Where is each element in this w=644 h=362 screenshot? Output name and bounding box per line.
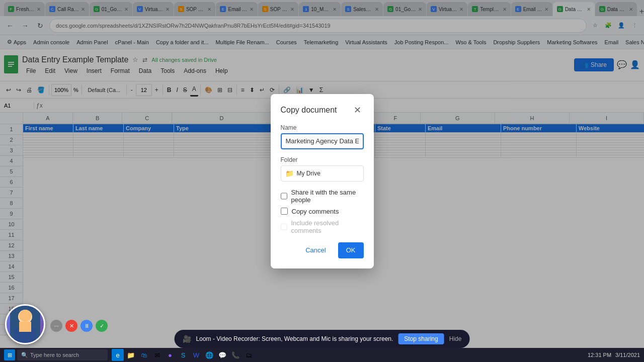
- svg-point-7: [19, 310, 31, 322]
- taskbar-app-whatsapp[interactable]: 💬: [216, 349, 228, 361]
- control-buttons: ··· ✕ ⏸ ✓: [50, 320, 108, 332]
- ok-button[interactable]: OK: [338, 242, 364, 258]
- loom-message: Loom - Video Recorder: Screen, Webcam an…: [196, 335, 393, 342]
- loom-notification-bar: 🎥 Loom - Video Recorder: Screen, Webcam …: [175, 330, 470, 348]
- folder-label: Folder: [281, 156, 364, 163]
- webcam-avatar: [5, 304, 45, 344]
- folder-icon: 📁: [285, 169, 294, 177]
- taskbar-date: 3/11/2021: [615, 352, 640, 358]
- modal-title: Copy document: [281, 106, 337, 115]
- name-label: Name: [281, 124, 364, 131]
- ctrl-confirm-button[interactable]: ✓: [96, 320, 108, 332]
- hide-button[interactable]: Hide: [449, 335, 462, 342]
- name-input[interactable]: [281, 133, 364, 149]
- taskbar-app-loom[interactable]: ●: [164, 349, 176, 361]
- taskbar-app-chrome[interactable]: 🌐: [203, 349, 215, 361]
- include-resolved-checkbox: [281, 223, 287, 230]
- modal-footer: Cancel OK: [281, 242, 364, 258]
- copy-document-modal: Copy document ✕ Name Folder 📁 My Drive S…: [271, 94, 374, 268]
- share-checkbox[interactable]: [281, 193, 287, 200]
- modal-overlay: Copy document ✕ Name Folder 📁 My Drive S…: [0, 0, 644, 362]
- taskbar: ⊞ 🔍 Type here to search e 📁 🛍 ✉ ● S W 🌐 …: [0, 348, 644, 362]
- copy-comments-row: Copy comments: [281, 208, 364, 215]
- start-button[interactable]: ⊞: [4, 349, 15, 360]
- taskbar-app-icons: e 📁 🛍 ✉ ● S W 🌐 💬 📞 🗂: [112, 349, 255, 361]
- copy-comments-checkbox[interactable]: [281, 208, 288, 215]
- share-checkbox-row: Share it with the same people: [281, 189, 364, 204]
- folder-value: My Drive: [297, 170, 320, 177]
- ctrl-pause-button[interactable]: ⏸: [80, 320, 93, 332]
- taskbar-app-store[interactable]: 🛍: [138, 349, 150, 361]
- avatar-placeholder: [7, 306, 44, 343]
- share-label: Share it with the same people: [291, 189, 364, 204]
- taskbar-app-phone[interactable]: 📞: [229, 349, 242, 361]
- taskbar-search[interactable]: 🔍 Type here to search: [17, 349, 108, 360]
- modal-close-button[interactable]: ✕: [352, 104, 364, 116]
- taskbar-right: 12:31 PM 3/11/2021: [588, 352, 640, 358]
- search-placeholder: Type here to search: [30, 352, 79, 358]
- taskbar-app-mail[interactable]: ✉: [151, 349, 163, 361]
- search-icon: 🔍: [21, 352, 28, 358]
- include-resolved-row: Include resolved comments: [281, 219, 364, 234]
- copy-comments-label: Copy comments: [292, 208, 339, 215]
- taskbar-app-word[interactable]: W: [190, 349, 202, 361]
- taskbar-time: 12:31 PM: [588, 352, 611, 358]
- folder-field: Folder 📁 My Drive: [281, 156, 364, 182]
- taskbar-app-skype[interactable]: S: [177, 349, 189, 361]
- svg-rect-8: [19, 322, 31, 332]
- name-field: Name: [281, 124, 364, 149]
- taskbar-app-file-explorer[interactable]: 📁: [125, 349, 137, 361]
- ctrl-stop-button[interactable]: ✕: [65, 320, 77, 332]
- taskbar-app-explorer[interactable]: 🗂: [243, 349, 255, 361]
- stop-sharing-button[interactable]: Stop sharing: [398, 333, 444, 344]
- modal-header: Copy document ✕: [281, 104, 364, 116]
- ctrl-dots-button[interactable]: ···: [50, 320, 62, 332]
- folder-selector[interactable]: 📁 My Drive: [281, 165, 364, 182]
- cancel-button[interactable]: Cancel: [297, 242, 334, 258]
- loom-icon: 🎥: [183, 335, 191, 343]
- include-resolved-label: Include resolved comments: [291, 219, 364, 234]
- taskbar-app-edge[interactable]: e: [112, 349, 124, 361]
